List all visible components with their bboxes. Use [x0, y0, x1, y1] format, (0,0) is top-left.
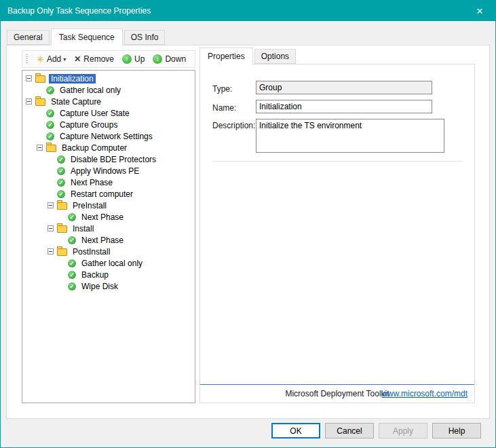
- step-check-icon: ✓: [46, 121, 54, 129]
- tree-item[interactable]: ✓Next Phase: [22, 176, 195, 188]
- tree-item-label: Backup: [79, 270, 111, 280]
- mdt-footer: Microsoft Deployment Toolkit www.microso…: [200, 384, 474, 403]
- up-arrow-icon: ↑: [122, 54, 132, 64]
- tree-item[interactable]: ✓Gather local only: [22, 257, 195, 269]
- tree-indent: [26, 286, 58, 286]
- tree-indent: [26, 113, 37, 113]
- tree-item[interactable]: Backup Computer: [22, 142, 195, 153]
- tab-task-sequence[interactable]: Task Sequence: [51, 29, 123, 45]
- properties-fields: Type:Name:Description:: [200, 64, 474, 153]
- group-folder-icon: [57, 225, 67, 233]
- step-check-icon: ✓: [68, 271, 76, 279]
- tree-item[interactable]: ✓Gather local only: [22, 84, 195, 96]
- ok-button[interactable]: OK: [271, 423, 320, 438]
- tree-item[interactable]: ✓Backup: [22, 269, 195, 280]
- properties-panel: Type:Name:Description: Microsoft Deploym…: [199, 64, 475, 403]
- task-sequence-properties-dialog: Backup Only Task Sequence Properties ✕ G…: [0, 0, 496, 448]
- group-folder-icon: [35, 98, 45, 106]
- tree-item-label: Next Phase: [69, 178, 115, 187]
- tree-indent: [26, 182, 47, 183]
- tree-indent: [26, 170, 47, 171]
- step-check-icon: ✓: [57, 167, 65, 175]
- tree-item-label: Capture Groups: [58, 120, 119, 130]
- field-row-type: Type:: [212, 81, 462, 94]
- tree-item[interactable]: ✓Capture Network Settings: [22, 130, 195, 142]
- add-button[interactable]: ✳ Add ▾: [33, 53, 69, 65]
- tree-item[interactable]: ✓Wipe Disk: [22, 280, 195, 292]
- remove-button[interactable]: ✕ Remove: [71, 53, 117, 65]
- step-check-icon: ✓: [46, 132, 54, 141]
- title-bar: Backup Only Task Sequence Properties ✕: [1, 1, 495, 21]
- description-input[interactable]: [256, 119, 444, 153]
- field-label-description: Description:: [212, 119, 256, 130]
- task-sequence-tree[interactable]: Initialization✓Gather local onlyState Ca…: [22, 70, 195, 403]
- add-button-label: Add: [47, 54, 61, 64]
- tree-item-label: Capture User State: [58, 109, 132, 118]
- tree-item[interactable]: ✓Restart computer: [22, 188, 195, 200]
- tree-collapse-icon[interactable]: [26, 75, 32, 81]
- close-icon: ✕: [476, 6, 484, 16]
- down-arrow-icon: ↓: [153, 54, 162, 64]
- type-input[interactable]: [256, 81, 432, 94]
- help-button[interactable]: Help: [432, 423, 481, 438]
- tree-item-label: State Capture: [49, 97, 103, 107]
- tree-item-label: Next Phase: [79, 212, 126, 222]
- tree-indent: [26, 228, 47, 229]
- tab-options[interactable]: Options: [254, 49, 296, 64]
- main-tab-strip: GeneralTask SequenceOS Info: [7, 26, 166, 45]
- tree-item-label: Capture Network Settings: [58, 132, 155, 141]
- group-folder-icon: [35, 75, 45, 83]
- tree-indent: [26, 274, 58, 275]
- move-down-button[interactable]: ↓ Down: [149, 53, 189, 65]
- tree-item[interactable]: ✓Next Phase: [22, 211, 195, 223]
- tree-item[interactable]: ✓Next Phase: [22, 234, 195, 246]
- cancel-button[interactable]: Cancel: [325, 423, 374, 438]
- add-icon: ✳: [37, 55, 44, 64]
- tree-panel: ✳ Add ▾ ✕ Remove ↑ Up ↓ Down Initializat…: [22, 50, 195, 403]
- remove-icon: ✕: [74, 55, 81, 63]
- down-button-label: Down: [165, 54, 186, 64]
- tree-item[interactable]: PostInstall: [22, 246, 195, 257]
- step-check-icon: ✓: [46, 109, 54, 117]
- detail-tab-strip: PropertiesOptions: [199, 49, 297, 64]
- tree-item[interactable]: Install: [22, 223, 195, 234]
- tree-indent: [26, 217, 58, 217]
- tree-item[interactable]: ✓Capture Groups: [22, 119, 195, 130]
- tree-indent: [26, 205, 47, 206]
- tree-collapse-icon[interactable]: [47, 248, 54, 255]
- tree-item[interactable]: ✓Disable BDE Protectors: [22, 153, 195, 165]
- tree-item[interactable]: ✓Capture User State: [22, 107, 195, 119]
- step-check-icon: ✓: [68, 282, 76, 291]
- group-folder-icon: [46, 145, 56, 152]
- move-up-button[interactable]: ↑ Up: [119, 53, 148, 65]
- tab-os-info[interactable]: OS Info: [124, 30, 166, 45]
- tree-item[interactable]: ✓Apply Windows PE: [22, 165, 195, 176]
- dialog-button-row: OKCancelApplyHelp: [271, 423, 481, 438]
- tab-general[interactable]: General: [7, 30, 50, 45]
- tree-item[interactable]: State Capture: [22, 96, 195, 107]
- tree-collapse-icon[interactable]: [47, 202, 54, 208]
- tree-item-label: Wipe Disk: [79, 282, 120, 291]
- tab-properties[interactable]: Properties: [199, 48, 253, 64]
- tree-collapse-icon[interactable]: [37, 145, 43, 151]
- tree-item-label: Next Phase: [79, 236, 126, 245]
- step-check-icon: ✓: [57, 155, 65, 164]
- tree-item-label: Gather local only: [58, 86, 123, 95]
- tree-collapse-icon[interactable]: [47, 225, 54, 231]
- name-input[interactable]: [256, 100, 432, 113]
- tree-indent: [26, 136, 37, 136]
- field-label-type: Type:: [212, 82, 256, 94]
- close-button[interactable]: ✕: [464, 1, 495, 21]
- add-dropdown-caret-icon: ▾: [63, 56, 66, 62]
- section-divider: [212, 161, 462, 162]
- window-title: Backup Only Task Sequence Properties: [1, 6, 151, 16]
- tree-item[interactable]: PreInstall: [22, 200, 195, 211]
- group-folder-icon: [57, 248, 67, 256]
- step-check-icon: ✓: [57, 179, 65, 187]
- step-check-icon: ✓: [57, 190, 65, 198]
- tree-indent: [26, 159, 47, 160]
- tree-collapse-icon[interactable]: [26, 98, 32, 105]
- tree-item[interactable]: Initialization: [22, 73, 195, 84]
- step-check-icon: ✓: [68, 213, 76, 221]
- mdt-website-link[interactable]: www.microsoft.com/mdt: [381, 389, 468, 398]
